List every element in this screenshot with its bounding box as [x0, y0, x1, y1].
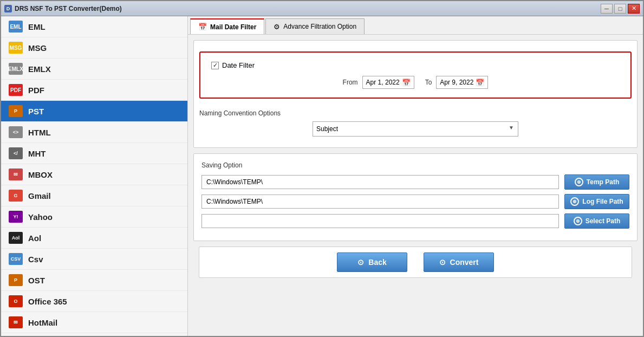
select-path-row: ⊕ Select Path [201, 213, 629, 229]
close-button[interactable]: ✕ [628, 4, 640, 14]
sidebar-item-label-gmail: Gmail [28, 191, 51, 200]
tab-mail-date-filter[interactable]: 📅 Mail Date Filter [190, 18, 264, 34]
to-date-group: To Apr 9, 2022 📅 [425, 76, 489, 89]
back-icon: ⊙ [357, 258, 364, 267]
gmail-icon: G [9, 190, 23, 202]
from-date-input[interactable]: Apr 1, 2022 📅 [362, 76, 414, 89]
naming-convention-select-wrap: Subject Date Sender Subject+Date [313, 121, 518, 137]
main-content: Date Filter From Apr 1, 2022 📅 [188, 35, 643, 336]
saving-section: Saving Option ⊕ Temp Path ⊕ Log File Pat… [193, 153, 638, 241]
content-area: EMLEMLMSGMSGEMLXEMLXPDFPDFPPST<>HTML</MH… [1, 16, 643, 336]
sidebar: EMLEMLMSGMSGEMLXEMLXPDFPDFPPST<>HTML</MH… [1, 16, 188, 336]
select-path-button[interactable]: ⊕ Select Path [564, 213, 629, 229]
filter-section: Date Filter From Apr 1, 2022 📅 [193, 40, 638, 148]
sidebar-item-pst[interactable]: PPST [1, 101, 187, 122]
html-icon: <> [9, 126, 23, 138]
title-bar: D DRS NSF To PST Converter(Demo) ─ □ ✕ [1, 1, 643, 16]
date-filter-checkbox[interactable] [211, 62, 219, 69]
title-bar-left: D DRS NSF To PST Converter(Demo) [4, 5, 122, 12]
convert-icon: ⊙ [439, 258, 446, 267]
sidebar-item-label-csv: Csv [28, 255, 43, 264]
office365-icon: O [9, 295, 23, 307]
back-label: Back [368, 258, 386, 267]
filter-icon: ⚙ [274, 23, 280, 31]
pdf-icon: PDF [9, 84, 23, 96]
tab-advance-filtration[interactable]: ⚙ Advance Filtration Option [265, 18, 365, 34]
tab-advance-filtration-label: Advance Filtration Option [283, 23, 356, 30]
naming-convention-label: Naming Convention Options [199, 109, 632, 117]
sidebar-item-ost[interactable]: POST [1, 270, 187, 291]
sidebar-item-pdf[interactable]: PDFPDF [1, 80, 187, 101]
date-row: From Apr 1, 2022 📅 To Apr 9, 2022 [211, 76, 620, 89]
title-bar-controls: ─ □ ✕ [601, 4, 640, 14]
sidebar-item-yahoo[interactable]: Y!Yahoo [1, 206, 187, 228]
from-date-value: Apr 1, 2022 [366, 79, 400, 86]
tabs-bar: 📅 Mail Date Filter ⚙ Advance Filtration … [188, 16, 643, 35]
sidebar-item-label-office365: Office 365 [28, 297, 67, 306]
select-path-btn-label: Select Path [586, 217, 621, 225]
sidebar-item-liveexchange[interactable]: ⇄LiveExchange [1, 333, 187, 336]
to-label: To [425, 79, 432, 86]
from-calendar-icon[interactable]: 📅 [402, 79, 411, 87]
main-window: D DRS NSF To PST Converter(Demo) ─ □ ✕ E… [0, 0, 644, 337]
minimize-button[interactable]: ─ [601, 4, 613, 14]
saving-option-label: Saving Option [201, 161, 629, 169]
emlx-icon: EMLX [9, 63, 23, 75]
convert-label: Convert [450, 258, 479, 267]
sidebar-item-label-mbox: MBOX [28, 170, 53, 179]
aol-icon: Aol [9, 232, 23, 244]
naming-convention-section: Naming Convention Options Subject Date S… [199, 104, 632, 142]
footer-bar: ⊙ Back ⊙ Convert [199, 247, 632, 278]
log-file-circle-icon: ⊕ [570, 197, 579, 206]
sidebar-item-label-pdf: PDF [28, 86, 44, 95]
to-date-value: Apr 9, 2022 [440, 79, 473, 86]
sidebar-item-eml[interactable]: EMLEML [1, 16, 187, 37]
app-icon: D [4, 5, 12, 12]
hotmail-icon: ✉ [9, 316, 23, 328]
sidebar-item-mht[interactable]: </MHT [1, 143, 187, 164]
sidebar-item-label-yahoo: Yahoo [28, 212, 53, 222]
maximize-button[interactable]: □ [614, 4, 626, 14]
tab-mail-date-filter-label: Mail Date Filter [210, 23, 256, 31]
sidebar-item-hotmail[interactable]: ✉HotMail [1, 312, 187, 333]
temp-path-button[interactable]: ⊕ Temp Path [564, 174, 629, 190]
sidebar-item-aol[interactable]: AolAol [1, 228, 187, 249]
temp-path-input[interactable] [201, 175, 559, 189]
sidebar-item-label-pst: PST [28, 107, 44, 116]
sidebar-item-emlx[interactable]: EMLXEMLX [1, 59, 187, 80]
sidebar-item-label-emlx: EMLX [28, 64, 51, 74]
to-date-input[interactable]: Apr 9, 2022 📅 [436, 76, 488, 89]
temp-path-circle-icon: ⊕ [575, 178, 583, 186]
sidebar-item-gmail[interactable]: GGmail [1, 185, 187, 206]
log-file-btn-label: Log File Path [582, 198, 623, 205]
calendar-icon: 📅 [198, 23, 207, 31]
pst-icon: P [9, 105, 23, 117]
sidebar-item-label-html: HTML [28, 128, 51, 137]
from-date-group: From Apr 1, 2022 📅 [343, 76, 414, 89]
to-calendar-icon[interactable]: 📅 [476, 79, 484, 87]
select-path-input[interactable] [201, 214, 559, 228]
naming-convention-select[interactable]: Subject Date Sender Subject+Date [313, 121, 518, 137]
sidebar-item-label-hotmail: HotMail [28, 318, 57, 327]
log-file-path-button[interactable]: ⊕ Log File Path [564, 194, 629, 209]
select-path-circle-icon: ⊕ [574, 217, 582, 225]
date-filter-label: Date Filter [222, 61, 255, 69]
sidebar-item-csv[interactable]: CSVCsv [1, 249, 187, 270]
temp-path-btn-label: Temp Path [587, 178, 619, 186]
log-file-path-row: ⊕ Log File Path [201, 194, 629, 209]
eml-icon: EML [9, 21, 23, 33]
back-button[interactable]: ⊙ Back [337, 252, 407, 272]
window-title: DRS NSF To PST Converter(Demo) [15, 5, 122, 12]
from-label: From [343, 79, 358, 86]
main-panel: 📅 Mail Date Filter ⚙ Advance Filtration … [188, 16, 643, 336]
convert-button[interactable]: ⊙ Convert [424, 252, 494, 272]
log-file-path-input[interactable] [201, 195, 559, 209]
sidebar-item-mbox[interactable]: ✉MBOX [1, 164, 187, 185]
sidebar-item-html[interactable]: <>HTML [1, 122, 187, 143]
sidebar-item-office365[interactable]: OOffice 365 [1, 291, 187, 312]
yahoo-icon: Y! [9, 211, 23, 223]
csv-icon: CSV [9, 253, 23, 265]
sidebar-item-msg[interactable]: MSGMSG [1, 37, 187, 59]
ost-icon: P [9, 274, 23, 286]
mht-icon: </ [9, 147, 23, 159]
